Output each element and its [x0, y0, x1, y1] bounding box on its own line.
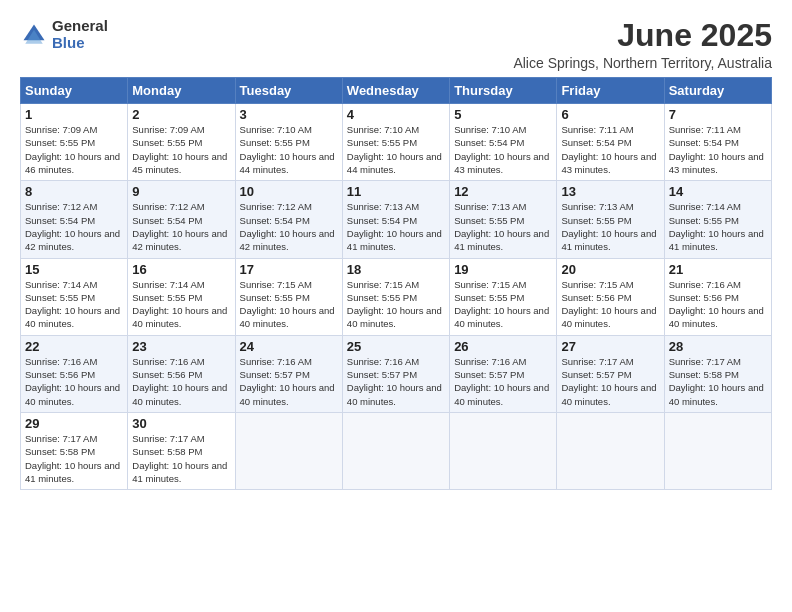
col-friday: Friday — [557, 78, 664, 104]
table-row: 18Sunrise: 7:15 AM Sunset: 5:55 PM Dayli… — [342, 258, 449, 335]
day-info: Sunrise: 7:11 AM Sunset: 5:54 PM Dayligh… — [561, 123, 659, 176]
logo-blue: Blue — [52, 35, 108, 52]
day-info: Sunrise: 7:10 AM Sunset: 5:55 PM Dayligh… — [240, 123, 338, 176]
main-title: June 2025 — [513, 18, 772, 53]
day-number: 5 — [454, 107, 552, 122]
day-info: Sunrise: 7:16 AM Sunset: 5:56 PM Dayligh… — [25, 355, 123, 408]
day-info: Sunrise: 7:17 AM Sunset: 5:58 PM Dayligh… — [25, 432, 123, 485]
day-number: 19 — [454, 262, 552, 277]
day-info: Sunrise: 7:12 AM Sunset: 5:54 PM Dayligh… — [25, 200, 123, 253]
day-info: Sunrise: 7:15 AM Sunset: 5:55 PM Dayligh… — [347, 278, 445, 331]
day-info: Sunrise: 7:17 AM Sunset: 5:57 PM Dayligh… — [561, 355, 659, 408]
day-number: 28 — [669, 339, 767, 354]
day-info: Sunrise: 7:09 AM Sunset: 5:55 PM Dayligh… — [132, 123, 230, 176]
table-row: 16Sunrise: 7:14 AM Sunset: 5:55 PM Dayli… — [128, 258, 235, 335]
day-info: Sunrise: 7:16 AM Sunset: 5:56 PM Dayligh… — [132, 355, 230, 408]
day-info: Sunrise: 7:10 AM Sunset: 5:55 PM Dayligh… — [347, 123, 445, 176]
day-number: 20 — [561, 262, 659, 277]
day-info: Sunrise: 7:14 AM Sunset: 5:55 PM Dayligh… — [132, 278, 230, 331]
day-number: 15 — [25, 262, 123, 277]
day-number: 22 — [25, 339, 123, 354]
table-row: 8Sunrise: 7:12 AM Sunset: 5:54 PM Daylig… — [21, 181, 128, 258]
col-monday: Monday — [128, 78, 235, 104]
day-number: 25 — [347, 339, 445, 354]
day-number: 16 — [132, 262, 230, 277]
day-info: Sunrise: 7:11 AM Sunset: 5:54 PM Dayligh… — [669, 123, 767, 176]
calendar-row: 15Sunrise: 7:14 AM Sunset: 5:55 PM Dayli… — [21, 258, 772, 335]
table-row: 11Sunrise: 7:13 AM Sunset: 5:54 PM Dayli… — [342, 181, 449, 258]
page: General Blue June 2025 Alice Springs, No… — [0, 0, 792, 612]
day-info: Sunrise: 7:16 AM Sunset: 5:56 PM Dayligh… — [669, 278, 767, 331]
header: General Blue June 2025 Alice Springs, No… — [20, 18, 772, 71]
day-number: 26 — [454, 339, 552, 354]
day-number: 14 — [669, 184, 767, 199]
day-number: 13 — [561, 184, 659, 199]
table-row: 15Sunrise: 7:14 AM Sunset: 5:55 PM Dayli… — [21, 258, 128, 335]
calendar-row: 29Sunrise: 7:17 AM Sunset: 5:58 PM Dayli… — [21, 412, 772, 489]
table-row: 5Sunrise: 7:10 AM Sunset: 5:54 PM Daylig… — [450, 104, 557, 181]
day-info: Sunrise: 7:14 AM Sunset: 5:55 PM Dayligh… — [669, 200, 767, 253]
day-number: 27 — [561, 339, 659, 354]
col-tuesday: Tuesday — [235, 78, 342, 104]
calendar-row: 8Sunrise: 7:12 AM Sunset: 5:54 PM Daylig… — [21, 181, 772, 258]
day-number: 29 — [25, 416, 123, 431]
day-info: Sunrise: 7:12 AM Sunset: 5:54 PM Dayligh… — [240, 200, 338, 253]
day-number: 8 — [25, 184, 123, 199]
table-row: 10Sunrise: 7:12 AM Sunset: 5:54 PM Dayli… — [235, 181, 342, 258]
subtitle: Alice Springs, Northern Territory, Austr… — [513, 55, 772, 71]
day-number: 4 — [347, 107, 445, 122]
day-number: 6 — [561, 107, 659, 122]
table-row: 29Sunrise: 7:17 AM Sunset: 5:58 PM Dayli… — [21, 412, 128, 489]
day-info: Sunrise: 7:14 AM Sunset: 5:55 PM Dayligh… — [25, 278, 123, 331]
table-row: 1Sunrise: 7:09 AM Sunset: 5:55 PM Daylig… — [21, 104, 128, 181]
table-row: 28Sunrise: 7:17 AM Sunset: 5:58 PM Dayli… — [664, 335, 771, 412]
table-row: 23Sunrise: 7:16 AM Sunset: 5:56 PM Dayli… — [128, 335, 235, 412]
day-info: Sunrise: 7:09 AM Sunset: 5:55 PM Dayligh… — [25, 123, 123, 176]
col-saturday: Saturday — [664, 78, 771, 104]
table-row: 3Sunrise: 7:10 AM Sunset: 5:55 PM Daylig… — [235, 104, 342, 181]
day-number: 30 — [132, 416, 230, 431]
table-row: 21Sunrise: 7:16 AM Sunset: 5:56 PM Dayli… — [664, 258, 771, 335]
table-row — [450, 412, 557, 489]
day-number: 9 — [132, 184, 230, 199]
day-info: Sunrise: 7:15 AM Sunset: 5:56 PM Dayligh… — [561, 278, 659, 331]
col-thursday: Thursday — [450, 78, 557, 104]
calendar-row: 22Sunrise: 7:16 AM Sunset: 5:56 PM Dayli… — [21, 335, 772, 412]
day-number: 11 — [347, 184, 445, 199]
day-info: Sunrise: 7:15 AM Sunset: 5:55 PM Dayligh… — [240, 278, 338, 331]
calendar: Sunday Monday Tuesday Wednesday Thursday… — [20, 77, 772, 490]
table-row: 7Sunrise: 7:11 AM Sunset: 5:54 PM Daylig… — [664, 104, 771, 181]
table-row: 25Sunrise: 7:16 AM Sunset: 5:57 PM Dayli… — [342, 335, 449, 412]
col-wednesday: Wednesday — [342, 78, 449, 104]
table-row: 12Sunrise: 7:13 AM Sunset: 5:55 PM Dayli… — [450, 181, 557, 258]
table-row: 9Sunrise: 7:12 AM Sunset: 5:54 PM Daylig… — [128, 181, 235, 258]
table-row: 6Sunrise: 7:11 AM Sunset: 5:54 PM Daylig… — [557, 104, 664, 181]
table-row — [557, 412, 664, 489]
table-row — [235, 412, 342, 489]
col-sunday: Sunday — [21, 78, 128, 104]
day-number: 2 — [132, 107, 230, 122]
day-info: Sunrise: 7:13 AM Sunset: 5:55 PM Dayligh… — [454, 200, 552, 253]
logo: General Blue — [20, 18, 108, 51]
day-info: Sunrise: 7:16 AM Sunset: 5:57 PM Dayligh… — [347, 355, 445, 408]
table-row: 27Sunrise: 7:17 AM Sunset: 5:57 PM Dayli… — [557, 335, 664, 412]
table-row: 22Sunrise: 7:16 AM Sunset: 5:56 PM Dayli… — [21, 335, 128, 412]
table-row: 30Sunrise: 7:17 AM Sunset: 5:58 PM Dayli… — [128, 412, 235, 489]
table-row: 26Sunrise: 7:16 AM Sunset: 5:57 PM Dayli… — [450, 335, 557, 412]
day-info: Sunrise: 7:17 AM Sunset: 5:58 PM Dayligh… — [132, 432, 230, 485]
day-number: 1 — [25, 107, 123, 122]
logo-general: General — [52, 18, 108, 35]
day-number: 24 — [240, 339, 338, 354]
day-number: 23 — [132, 339, 230, 354]
table-row: 20Sunrise: 7:15 AM Sunset: 5:56 PM Dayli… — [557, 258, 664, 335]
table-row: 14Sunrise: 7:14 AM Sunset: 5:55 PM Dayli… — [664, 181, 771, 258]
day-info: Sunrise: 7:13 AM Sunset: 5:54 PM Dayligh… — [347, 200, 445, 253]
table-row: 24Sunrise: 7:16 AM Sunset: 5:57 PM Dayli… — [235, 335, 342, 412]
day-info: Sunrise: 7:12 AM Sunset: 5:54 PM Dayligh… — [132, 200, 230, 253]
day-number: 10 — [240, 184, 338, 199]
table-row: 17Sunrise: 7:15 AM Sunset: 5:55 PM Dayli… — [235, 258, 342, 335]
day-number: 7 — [669, 107, 767, 122]
table-row — [664, 412, 771, 489]
table-row — [342, 412, 449, 489]
calendar-header-row: Sunday Monday Tuesday Wednesday Thursday… — [21, 78, 772, 104]
